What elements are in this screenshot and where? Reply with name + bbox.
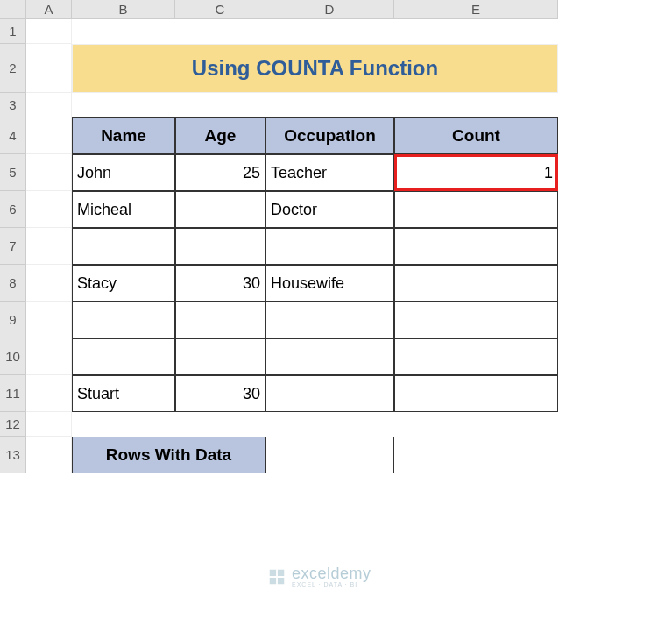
cell-e5-highlighted[interactable]: 1	[394, 154, 558, 191]
cell-a13[interactable]	[26, 437, 72, 473]
row-header-11[interactable]: 11	[0, 375, 26, 412]
cell-b6[interactable]: Micheal	[72, 191, 175, 228]
row-header-12[interactable]: 12	[0, 412, 26, 437]
cell-d11[interactable]	[265, 375, 394, 412]
watermark-text: exceldemy EXCEL · DATA · BI	[292, 565, 371, 587]
cell-c6[interactable]	[175, 191, 265, 228]
cell-a7[interactable]	[26, 228, 72, 265]
watermark-main: exceldemy	[292, 565, 371, 581]
cell-a5[interactable]	[26, 154, 72, 191]
header-count[interactable]: Count	[394, 117, 558, 154]
row-header-13[interactable]: 13	[0, 437, 26, 473]
row-header-7[interactable]: 7	[0, 228, 26, 265]
cell-c11[interactable]: 30	[175, 375, 265, 412]
cell-d9[interactable]	[265, 302, 394, 338]
col-header-a[interactable]: A	[26, 0, 72, 19]
rows-with-data-value[interactable]	[265, 437, 394, 473]
cell-d10[interactable]	[265, 338, 394, 375]
row-header-10[interactable]: 10	[0, 338, 26, 375]
cell-a9[interactable]	[26, 302, 72, 338]
cell-c10[interactable]	[175, 338, 265, 375]
cell-e7[interactable]	[394, 228, 558, 265]
row-header-5[interactable]: 5	[0, 154, 26, 191]
cell-b10[interactable]	[72, 338, 175, 375]
spreadsheet-grid: A B C D E 1 2 3 4 5 6 7 8 9 10 11 12 13 …	[0, 0, 672, 473]
header-age[interactable]: Age	[175, 117, 265, 154]
cell-a3[interactable]	[26, 93, 72, 117]
cell-b11[interactable]: Stuart	[72, 375, 175, 412]
row-header-8[interactable]: 8	[0, 265, 26, 302]
col-header-e[interactable]: E	[394, 0, 558, 19]
cell-a4[interactable]	[26, 117, 72, 154]
header-name[interactable]: Name	[72, 117, 175, 154]
cell-a11[interactable]	[26, 375, 72, 412]
col-header-d[interactable]: D	[265, 0, 394, 19]
cell-a6[interactable]	[26, 191, 72, 228]
cell-a12[interactable]	[26, 412, 72, 437]
cell-d6[interactable]: Doctor	[265, 191, 394, 228]
cell-d7[interactable]	[265, 228, 394, 265]
row-header-4[interactable]: 4	[0, 117, 26, 154]
cell-b7[interactable]	[72, 228, 175, 265]
cell-e10[interactable]	[394, 338, 558, 375]
cell-a10[interactable]	[26, 338, 72, 375]
cell-b9[interactable]	[72, 302, 175, 338]
row-header-6[interactable]: 6	[0, 191, 26, 228]
cell-c7[interactable]	[175, 228, 265, 265]
row-header-1[interactable]: 1	[0, 19, 26, 44]
cell-d8[interactable]: Housewife	[265, 265, 394, 302]
watermark: exceldemy EXCEL · DATA · BI	[267, 565, 371, 587]
col-header-b[interactable]: B	[72, 0, 175, 19]
watermark-sub: EXCEL · DATA · BI	[292, 581, 371, 587]
corner-cell[interactable]	[0, 0, 26, 19]
cell-c5[interactable]: 25	[175, 154, 265, 191]
cell-e9[interactable]	[394, 302, 558, 338]
cell-c9[interactable]	[175, 302, 265, 338]
title-cell[interactable]: Using COUNTA Function	[72, 44, 558, 93]
cell-a8[interactable]	[26, 265, 72, 302]
cell-b8[interactable]: Stacy	[72, 265, 175, 302]
cell-e6[interactable]	[394, 191, 558, 228]
header-occupation[interactable]: Occupation	[265, 117, 394, 154]
rows-with-data-label[interactable]: Rows With Data	[72, 437, 265, 473]
row-header-9[interactable]: 9	[0, 302, 26, 338]
cell-c8[interactable]: 30	[175, 265, 265, 302]
cell-a2[interactable]	[26, 44, 72, 93]
cell-d5[interactable]: Teacher	[265, 154, 394, 191]
exceldemy-logo-icon	[267, 567, 286, 587]
col-header-c[interactable]: C	[175, 0, 265, 19]
row-header-3[interactable]: 3	[0, 93, 26, 117]
cell-e8[interactable]	[394, 265, 558, 302]
cell-e11[interactable]	[394, 375, 558, 412]
cell-b5[interactable]: John	[72, 154, 175, 191]
cell-a1[interactable]	[26, 19, 72, 44]
row-header-2[interactable]: 2	[0, 44, 26, 93]
